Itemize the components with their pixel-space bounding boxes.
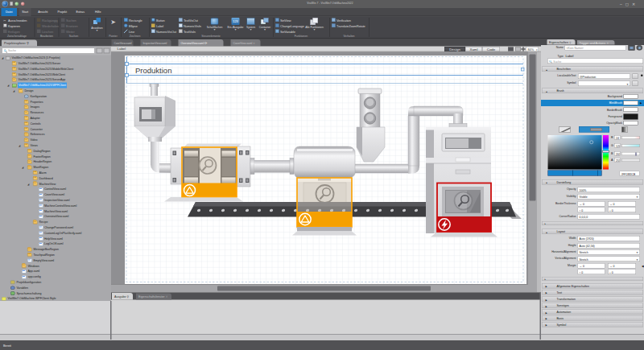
svg-text:Produktion: Produktion <box>135 66 171 75</box>
